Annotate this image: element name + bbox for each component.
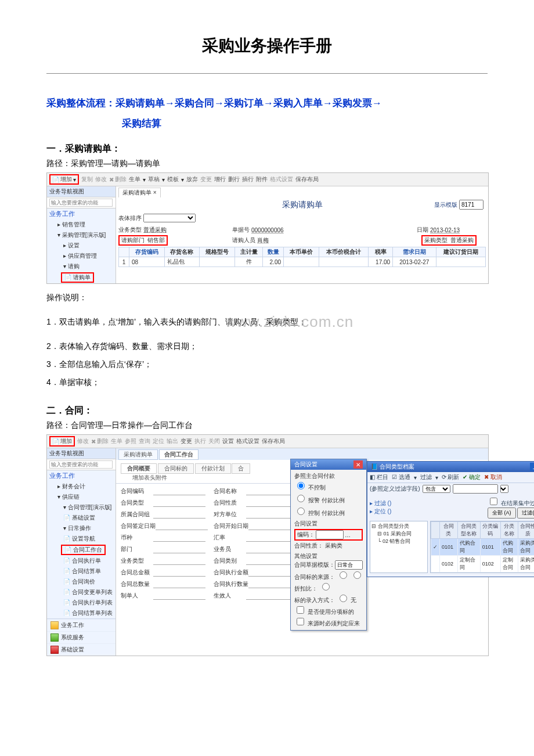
sidebar-item-supplychain[interactable]: ▾ 供应链 <box>47 492 116 502</box>
modify-button[interactable]: 修改 <box>95 175 107 183</box>
sidebar-item-requisition-highlight[interactable]: 📄 请购单 <box>61 272 94 283</box>
delrow-button[interactable]: 删行 <box>228 175 240 183</box>
col-reqdate[interactable]: 需求日期 <box>393 247 436 257</box>
sidebar-item-execlist[interactable]: 📄 合同执行单列表 <box>47 597 116 608</box>
val-curr[interactable] <box>153 534 205 542</box>
dlg1-chk2[interactable]: 来源时必须判定应来 <box>294 616 363 628</box>
col-ctname[interactable]: 合同类型名称 <box>457 522 480 539</box>
sidebar-item-daily[interactable]: ▾ 日常操作 <box>47 523 116 534</box>
format-button[interactable]: 格式设置 <box>270 175 293 183</box>
ptype-value[interactable]: 普通采购 <box>450 236 474 244</box>
subtab-overview[interactable]: 合同概要 <box>121 463 157 474</box>
contract-type-tree[interactable]: ⊟ 合同类型分类 ⊟ 01 采购合同 └ 02 销售合同 <box>370 521 428 573</box>
template-button[interactable]: 模板 <box>167 175 179 183</box>
radio-warn[interactable]: 报警 付款比例 <box>294 493 363 505</box>
dlg1-src-radio2[interactable] <box>353 571 361 579</box>
tool-ok[interactable]: ✔ 确定 <box>463 473 481 481</box>
sidebar-item-setting[interactable]: ▸ 设置 <box>47 240 116 251</box>
val-code[interactable] <box>153 488 205 495</box>
format-button[interactable]: 格式设置 <box>236 437 259 445</box>
col-catname[interactable]: 分类名称 <box>500 522 518 539</box>
change-button[interactable]: 变更 <box>181 437 192 445</box>
radio-nocontrol[interactable]: 不控制 <box>294 480 363 492</box>
cell-check[interactable]: ✓ <box>431 539 440 556</box>
tool-filter[interactable]: 过滤 <box>420 473 432 481</box>
col-code[interactable]: 存货编码 <box>129 247 165 257</box>
sidebar-item-requisition-group[interactable]: ▾ 请购 <box>47 261 116 272</box>
filter-text-input[interactable] <box>453 484 498 494</box>
tool-refresh[interactable]: ⟳ 刷新 <box>442 473 460 481</box>
col-qty[interactable]: 数量 <box>263 247 284 257</box>
tree-sales[interactable]: 02 销售合同 <box>383 538 411 544</box>
sort-select[interactable] <box>143 214 196 222</box>
btn-filter[interactable]: 过滤() <box>517 507 534 519</box>
dlg1-src-radio1[interactable] <box>340 571 347 579</box>
chk-inresult[interactable]: 在结果集中过滤 (&) <box>488 500 534 506</box>
filter-dropdown[interactable] <box>500 485 508 493</box>
tree-purchase[interactable]: 01 采购合同 <box>384 531 412 537</box>
copy-button[interactable]: 复制 <box>81 175 93 183</box>
addrow-button[interactable]: 增行 <box>214 175 226 183</box>
sidebar-item-finance[interactable]: ▸ 财务会计 <box>47 481 116 492</box>
cell-code[interactable]: 08 <box>129 257 165 267</box>
savelayout-button[interactable]: 保存布局 <box>295 175 319 183</box>
attach-button[interactable]: 附件 <box>256 175 268 183</box>
cell-qty[interactable]: 2.00 <box>263 257 284 267</box>
subtab-subject[interactable]: 合同标的 <box>158 463 194 474</box>
close-button[interactable]: 关闭 <box>208 437 220 445</box>
dlg1-chk1[interactable]: 是否使用分项标的 <box>294 604 363 616</box>
btn-all[interactable]: 全部 (A) <box>488 507 516 519</box>
col-catcode[interactable]: 分类编码 <box>480 522 500 539</box>
val-maker[interactable] <box>153 592 205 600</box>
sidebar-search-input[interactable] <box>49 199 113 207</box>
sidebar-item-base[interactable]: 📄 基础设置 <box>47 513 116 523</box>
link-locate[interactable]: ▸ 定位 () <box>370 507 391 516</box>
dlg1-disc-radio1[interactable] <box>322 583 330 591</box>
sidebar-search-input[interactable] <box>49 460 113 469</box>
tab-requisition[interactable]: 采购请购单 × <box>118 188 161 197</box>
sidebar-item-settlelist[interactable]: 📄 合同结算单列表 <box>47 608 116 618</box>
display-mode-value[interactable] <box>459 200 484 210</box>
bottom-nav-base[interactable]: 基础设置 <box>47 643 116 656</box>
locate-button[interactable]: 定位 <box>153 437 164 445</box>
tool-select[interactable]: ☑ 选通 <box>392 473 410 481</box>
refresh-button[interactable]: 变更 <box>200 175 212 183</box>
radio-control[interactable]: 控制 付款比例 <box>294 506 363 517</box>
sidebar-item-workbench-highlight[interactable]: 📄 合同工作台 <box>61 545 106 555</box>
delete-button[interactable]: ✖删除 <box>91 437 109 445</box>
val-biztype[interactable] <box>153 557 205 565</box>
val-dept[interactable] <box>153 546 205 553</box>
draft-button[interactable]: 草稿 <box>148 175 160 183</box>
table-row[interactable]: 0102 定制合同 0102 定制合同 采购类合同 付 <box>431 556 535 573</box>
close-icon[interactable]: ✕ <box>353 460 363 469</box>
generate-button[interactable]: 生单 <box>111 437 122 445</box>
generate-button[interactable]: 生单 <box>129 175 140 183</box>
val-group[interactable] <box>153 511 205 519</box>
sidebar-item-exec[interactable]: 📄 合同执行单 <box>47 556 116 566</box>
col-cnature[interactable]: 合同性质 <box>518 522 534 539</box>
bottom-nav-work[interactable]: 业务工作 <box>47 619 116 631</box>
insertrow-button[interactable]: 插行 <box>242 175 254 183</box>
cell-reqdate[interactable]: 2013-02-27 <box>393 257 436 267</box>
sidebar-item-setup-nav[interactable]: 📄 设置导航 <box>47 534 116 544</box>
modify-button[interactable]: 修改 <box>77 437 89 445</box>
abandon-button[interactable]: 放弃 <box>186 175 198 183</box>
add-button[interactable]: 增加 <box>60 437 72 445</box>
val-signdate[interactable] <box>156 523 208 530</box>
dlg1-input-radio[interactable] <box>340 595 347 602</box>
col-ctype[interactable]: 合同类 <box>440 522 458 539</box>
person-value[interactable]: 肖梅 <box>257 236 304 244</box>
settings-button[interactable]: 设置 <box>222 437 234 445</box>
dept-value[interactable]: 销售部 <box>147 236 165 244</box>
tree-root[interactable]: 合同类型分类 <box>378 523 409 529</box>
dlg1-code-input[interactable] <box>316 530 344 539</box>
tool-columns[interactable]: ◧ 栏目 <box>370 473 388 481</box>
table-row[interactable]: ✓ 0101 代购合同 0101 代购合同 采购类合同 付 <box>431 539 535 556</box>
refer-button[interactable]: 参照 <box>125 437 136 445</box>
sidebar-item-settle[interactable]: 📄 合同结算单 <box>47 566 116 577</box>
filter-mode-select[interactable]: 包含 <box>423 485 450 493</box>
dropdown-icon[interactable]: ▾ <box>73 177 76 183</box>
sidebar-item-changelist[interactable]: 📄 合同变更单列表 <box>47 587 116 597</box>
table-row[interactable]: 1 08 礼品包 件 2.00 17.00 2013-02-27 <box>119 257 486 267</box>
add-attachment-link[interactable]: 增加表头附件 <box>132 474 167 482</box>
